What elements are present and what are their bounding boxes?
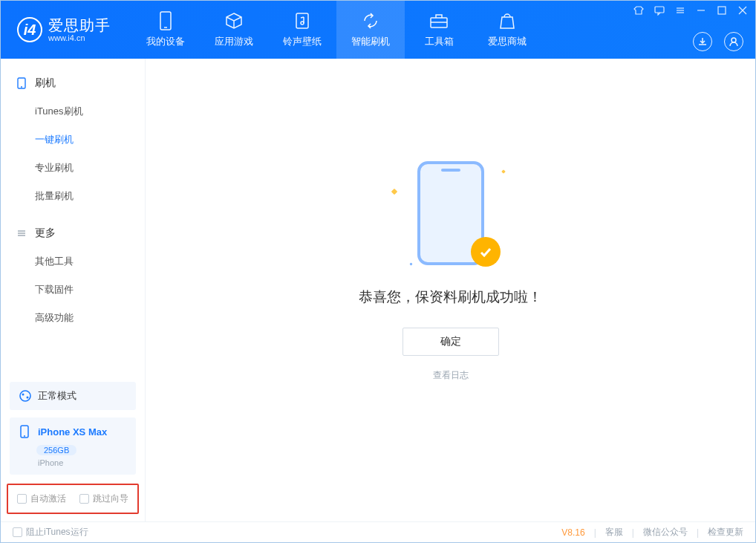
tab-device[interactable]: 我的设备: [131, 1, 200, 59]
svg-point-13: [731, 38, 736, 42]
minimize-icon[interactable]: [696, 5, 706, 16]
main-content: 恭喜您，保资料刷机成功啦！ 确定 查看日志: [146, 59, 755, 521]
menu-icon[interactable]: [675, 5, 685, 16]
section-label: 更多: [35, 227, 56, 240]
maximize-icon[interactable]: [717, 5, 727, 16]
sparkle-icon: [391, 189, 397, 195]
checkbox-skip-guide[interactable]: 跳过向导: [79, 492, 128, 505]
separator: |: [632, 527, 634, 538]
section-more: 更多: [1, 219, 145, 247]
phone-icon: [16, 77, 27, 89]
separator: |: [594, 527, 596, 538]
svg-point-19: [20, 391, 30, 401]
app-name: 爱思助手: [48, 17, 111, 33]
link-update[interactable]: 检查更新: [708, 526, 743, 539]
checkbox-label: 阻止iTunes运行: [26, 526, 88, 539]
body: 刷机 iTunes刷机 一键刷机 专业刷机 批量刷机 更多 其他工具 下载固件 …: [1, 59, 755, 521]
sidebar-item-other[interactable]: 其他工具: [1, 247, 145, 276]
logo-text: 爱思助手 www.i4.cn: [48, 17, 111, 42]
view-log-link[interactable]: 查看日志: [433, 369, 469, 382]
download-icon[interactable]: [693, 32, 712, 51]
header-action-icons: [693, 32, 743, 51]
header: i4 爱思助手 www.i4.cn 我的设备 应用游戏 铃声壁纸 智能刷机 工具…: [1, 1, 755, 59]
user-icon[interactable]: [724, 32, 743, 51]
tab-label: 应用游戏: [215, 35, 253, 48]
sidebar-item-pro[interactable]: 专业刷机: [1, 154, 145, 182]
sidebar-item-download[interactable]: 下载固件: [1, 276, 145, 304]
svg-point-3: [301, 22, 304, 25]
tab-label: 工具箱: [425, 35, 454, 48]
titlebar-controls: [633, 5, 748, 16]
link-service[interactable]: 客服: [605, 526, 623, 539]
list-icon: [16, 227, 27, 239]
version-label: V8.16: [561, 527, 584, 538]
device-icon: [156, 11, 175, 30]
mode-label: 正常模式: [38, 389, 76, 403]
tab-apps[interactable]: 应用游戏: [200, 1, 268, 59]
tab-label: 铃声壁纸: [283, 35, 322, 48]
sidebar-item-onekey[interactable]: 一键刷机: [1, 126, 145, 154]
sidebar-item-itunes[interactable]: iTunes刷机: [1, 97, 145, 126]
section-flash: 刷机: [1, 69, 145, 97]
bag-icon: [498, 11, 517, 30]
svg-rect-5: [655, 7, 664, 13]
sparkle-icon: [501, 169, 506, 174]
close-icon[interactable]: [737, 5, 748, 16]
checkbox-label: 跳过向导: [93, 492, 128, 505]
device-box[interactable]: iPhone XS Max 256GB iPhone: [10, 417, 136, 475]
sparkle-icon: [409, 262, 412, 265]
tab-label: 我的设备: [146, 35, 185, 48]
checkbox-label: 自动激活: [30, 492, 66, 505]
tab-store[interactable]: 爱思商城: [473, 1, 541, 59]
checkbox-block-itunes[interactable]: 阻止iTunes运行: [13, 526, 88, 539]
svg-rect-10: [718, 7, 726, 14]
toolbox-icon: [429, 11, 449, 30]
feedback-icon[interactable]: [654, 5, 665, 16]
svg-point-21: [27, 397, 29, 399]
section-label: 刷机: [35, 77, 56, 90]
device-type: iPhone: [38, 458, 127, 467]
main-tabs: 我的设备 应用游戏 铃声壁纸 智能刷机 工具箱 爱思商城: [131, 1, 541, 59]
device-name: iPhone XS Max: [38, 426, 107, 438]
success-illustration: [388, 154, 514, 273]
mode-icon: [19, 389, 32, 403]
ok-button[interactable]: 确定: [403, 328, 499, 356]
logo-icon: i4: [17, 17, 42, 42]
footer: 阻止iTunes运行 V8.16 | 客服 | 微信公众号 | 检查更新: [1, 521, 755, 542]
check-badge-icon: [471, 237, 501, 267]
tab-label: 智能刷机: [351, 35, 390, 48]
refresh-icon: [361, 11, 380, 30]
mode-box[interactable]: 正常模式: [10, 382, 136, 410]
tab-flash[interactable]: 智能刷机: [336, 1, 405, 59]
sidebar-item-batch[interactable]: 批量刷机: [1, 182, 145, 210]
tab-ringtone[interactable]: 铃声壁纸: [268, 1, 336, 59]
music-icon: [293, 11, 312, 30]
logo[interactable]: i4 爱思助手 www.i4.cn: [1, 1, 126, 59]
success-message: 恭喜您，保资料刷机成功啦！: [359, 287, 542, 307]
tab-label: 爱思商城: [488, 35, 527, 48]
svg-rect-2: [296, 13, 308, 28]
device-icon: [19, 425, 32, 438]
tab-tools[interactable]: 工具箱: [405, 1, 473, 59]
options-highlight-box: 自动激活 跳过向导: [7, 484, 139, 514]
skin-icon[interactable]: [633, 5, 644, 16]
link-wechat[interactable]: 微信公众号: [643, 526, 688, 539]
device-storage: 256GB: [36, 445, 76, 455]
cube-icon: [224, 11, 244, 30]
separator: |: [697, 527, 699, 538]
app-url: www.i4.cn: [48, 33, 111, 42]
sidebar-item-advanced[interactable]: 高级功能: [1, 304, 145, 332]
checkbox-auto-activate[interactable]: 自动激活: [17, 492, 66, 505]
sidebar: 刷机 iTunes刷机 一键刷机 专业刷机 批量刷机 更多 其他工具 下载固件 …: [1, 59, 146, 521]
svg-point-20: [22, 394, 25, 396]
